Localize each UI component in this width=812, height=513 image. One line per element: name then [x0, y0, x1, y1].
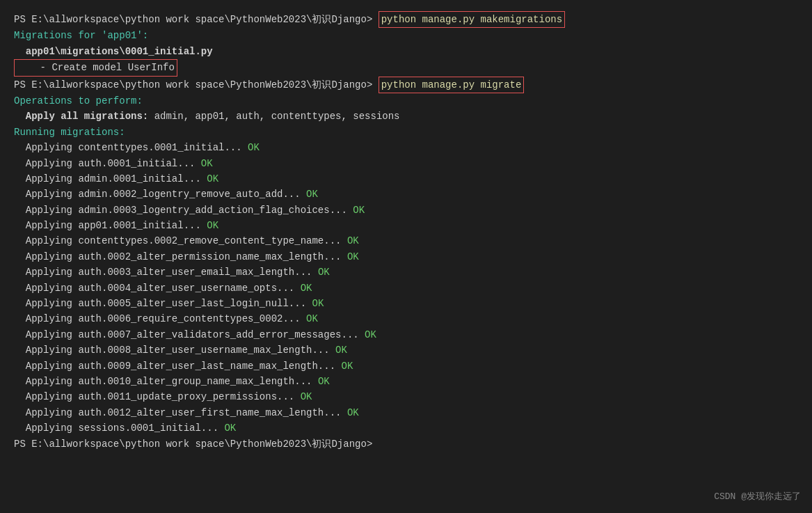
- terminal-text: OK: [306, 187, 318, 202]
- terminal-text: Applying auth.0006_require_contenttypes_…: [14, 311, 306, 326]
- terminal-text: OK: [335, 342, 347, 358]
- terminal-line: Applying sessions.0001_initial... OK: [14, 420, 798, 436]
- terminal-text: app01\migrations\0001_initial.py: [14, 44, 213, 59]
- terminal-text: PS E:\allworkspace\python work space\Pyt…: [14, 77, 379, 93]
- terminal-line: Applying auth.0006_require_contenttypes_…: [14, 311, 798, 326]
- terminal-line: - Create model UserInfo: [14, 59, 798, 76]
- terminal-text: Applying auth.0003_alter_user_email_max_…: [14, 265, 318, 280]
- terminal-text: Applying auth.0001_initial...: [14, 156, 201, 171]
- terminal-text: python manage.py makemigrations: [379, 11, 565, 28]
- terminal-text: PS E:\allworkspace\python work space\Pyt…: [14, 12, 379, 27]
- terminal-line: PS E:\allworkspace\python work space\Pyt…: [14, 11, 798, 28]
- terminal-text: Applying auth.0010_alter_group_name_max_…: [14, 374, 318, 389]
- terminal-line: Migrations for 'app01':: [14, 28, 798, 43]
- terminal-text: - Create model UserInfo: [14, 59, 177, 76]
- terminal-text: OK: [318, 374, 330, 389]
- terminal-text: OK: [207, 171, 218, 187]
- terminal-line: Applying admin.0001_initial... OK: [14, 171, 798, 187]
- terminal-text: OK: [248, 140, 260, 155]
- terminal-text: Applying app01.0001_initial...: [14, 218, 207, 233]
- terminal-line: Applying admin.0003_logentry_add_action_…: [14, 203, 798, 218]
- terminal-line: Applying app01.0001_initial... OK: [14, 218, 798, 233]
- terminal-line: app01\migrations\0001_initial.py: [14, 44, 798, 59]
- terminal-text: OK: [347, 233, 359, 248]
- terminal-text: OK: [301, 389, 312, 404]
- terminal-line: PS E:\allworkspace\python work space\Pyt…: [14, 436, 798, 452]
- terminal-text: OK: [365, 327, 376, 342]
- terminal-line: Applying contenttypes.0002_remove_conten…: [14, 233, 798, 248]
- terminal-text: OK: [318, 265, 330, 280]
- terminal-text: Apply all migrations:: [14, 109, 154, 124]
- terminal-line: Running migrations:: [14, 125, 798, 140]
- terminal-line: Applying auth.0004_alter_user_username_o…: [14, 281, 798, 296]
- terminal-text: Applying auth.0011_update_proxy_permissi…: [14, 389, 301, 404]
- terminal-text: OK: [353, 203, 365, 218]
- terminal-text: Applying auth.0008_alter_user_username_m…: [14, 342, 335, 358]
- terminal-line: Apply all migrations: admin, app01, auth…: [14, 109, 798, 124]
- terminal-text: Operations to perform:: [14, 93, 143, 109]
- terminal-text: OK: [201, 156, 213, 171]
- terminal-text: OK: [347, 249, 359, 265]
- terminal-line: PS E:\allworkspace\python work space\Pyt…: [14, 77, 798, 93]
- terminal-text: Applying auth.0004_alter_user_username_o…: [14, 281, 301, 296]
- terminal-text: Applying contenttypes.0001_initial...: [14, 140, 248, 155]
- terminal-text: OK: [306, 311, 318, 326]
- terminal-text: Applying admin.0002_logentry_remove_auto…: [14, 187, 306, 202]
- terminal-text: PS E:\allworkspace\python work space\Pyt…: [14, 436, 379, 452]
- terminal-line: Applying auth.0011_update_proxy_permissi…: [14, 389, 798, 404]
- terminal-text: Applying admin.0003_logentry_add_action_…: [14, 203, 353, 218]
- terminal-line: Applying auth.0005_alter_user_last_login…: [14, 296, 798, 311]
- terminal-container: PS E:\allworkspace\python work space\Pyt…: [14, 11, 798, 452]
- terminal-text: Applying auth.0007_alter_validators_add_…: [14, 327, 365, 342]
- terminal-text: admin, app01, auth, contenttypes, sessio…: [154, 109, 400, 124]
- terminal-text: OK: [301, 281, 312, 296]
- terminal-line: Applying contenttypes.0001_initial... OK: [14, 140, 798, 155]
- terminal-line: Applying auth.0010_alter_group_name_max_…: [14, 374, 798, 389]
- terminal-line: Operations to perform:: [14, 93, 798, 109]
- terminal-text: Applying auth.0005_alter_user_last_login…: [14, 296, 312, 311]
- terminal-line: Applying auth.0001_initial... OK: [14, 156, 798, 171]
- terminal-text: Applying sessions.0001_initial...: [14, 420, 224, 436]
- terminal-text: Applying auth.0012_alter_user_first_name…: [14, 405, 347, 420]
- terminal-text: python manage.py migrate: [379, 77, 525, 93]
- terminal-text: Running migrations:: [14, 125, 125, 140]
- watermark: CSDN @发现你走远了: [714, 490, 801, 505]
- terminal-line: Applying auth.0003_alter_user_email_max_…: [14, 265, 798, 280]
- terminal-text: Applying auth.0002_alter_permission_name…: [14, 249, 347, 265]
- terminal-text: OK: [341, 358, 353, 374]
- terminal-line: Applying admin.0002_logentry_remove_auto…: [14, 187, 798, 202]
- terminal-text: OK: [224, 420, 236, 436]
- terminal-line: Applying auth.0009_alter_user_last_name_…: [14, 358, 798, 374]
- terminal-text: Migrations for 'app01':: [14, 28, 148, 43]
- terminal-text: Applying contenttypes.0002_remove_conten…: [14, 233, 347, 248]
- terminal-text: OK: [347, 405, 359, 420]
- terminal-line: Applying auth.0007_alter_validators_add_…: [14, 327, 798, 342]
- terminal-text: OK: [312, 296, 324, 311]
- terminal-line: Applying auth.0012_alter_user_first_name…: [14, 405, 798, 420]
- terminal-text: OK: [207, 218, 218, 233]
- terminal-text: Applying auth.0009_alter_user_last_name_…: [14, 358, 341, 374]
- terminal-line: Applying auth.0008_alter_user_username_m…: [14, 342, 798, 358]
- terminal-line: Applying auth.0002_alter_permission_name…: [14, 249, 798, 265]
- terminal-text: Applying admin.0001_initial...: [14, 171, 207, 187]
